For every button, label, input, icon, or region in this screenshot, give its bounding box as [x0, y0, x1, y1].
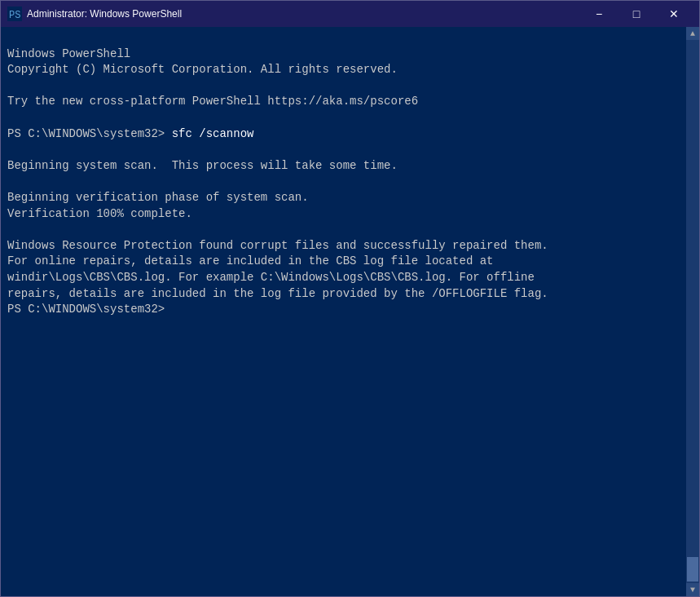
minimize-button[interactable]: − [580, 1, 618, 27]
window-title: Administrator: Windows PowerShell [27, 8, 580, 20]
terminal-body[interactable]: Windows PowerShell Copyright (C) Microso… [1, 27, 699, 596]
scroll-up-button[interactable]: ▲ [686, 27, 699, 40]
terminal-output: Windows PowerShell Copyright (C) Microso… [7, 30, 693, 334]
svg-text:PS: PS [9, 10, 20, 21]
output-line-1: Windows PowerShell Copyright (C) Microso… [7, 47, 548, 316]
maximize-button[interactable]: □ [618, 1, 655, 27]
powershell-icon: PS [7, 7, 22, 21]
scroll-down-button[interactable]: ▼ [686, 583, 699, 596]
window-controls: − □ ✕ [580, 1, 693, 27]
titlebar: PS Administrator: Windows PowerShell − □… [1, 1, 699, 27]
scrollbar[interactable]: ▲ ▼ [686, 27, 699, 596]
close-button[interactable]: ✕ [655, 1, 693, 27]
scrollbar-thumb[interactable] [687, 557, 698, 582]
powershell-window: PS Administrator: Windows PowerShell − □… [0, 0, 700, 597]
